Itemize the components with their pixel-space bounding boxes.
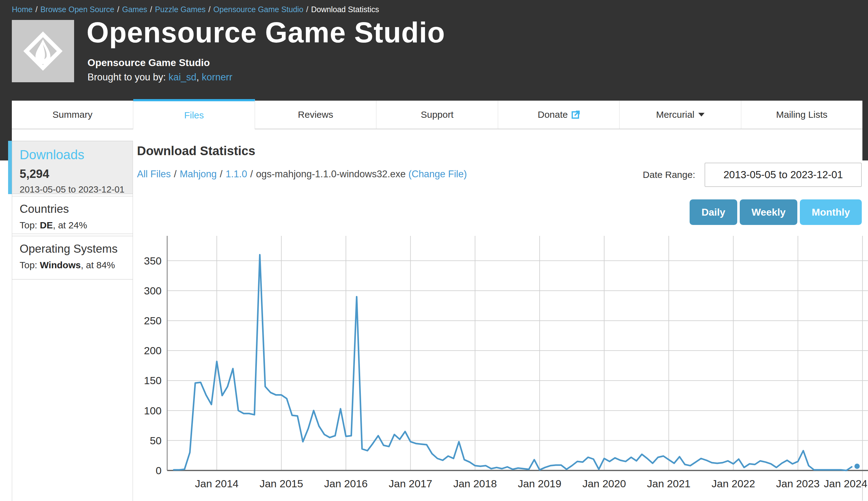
- tab-support-label: Support: [421, 109, 453, 120]
- tab-mercurial-label: Mercurial: [656, 109, 694, 120]
- svg-text:50: 50: [150, 435, 162, 447]
- change-file-link[interactable]: (Change File): [408, 169, 467, 180]
- countries-top-suffix: , at 24%: [53, 220, 87, 230]
- file-breadcrumb-mahjong[interactable]: Mahjong: [180, 169, 217, 180]
- date-range-control: Date Range:: [643, 163, 862, 187]
- brought-to-you-by: Brought to you by: kai_sd, kornerr: [87, 72, 232, 83]
- svg-text:Jan 2023: Jan 2023: [776, 478, 820, 489]
- breadcrumb-home[interactable]: Home: [12, 5, 33, 14]
- maintainer-link-kornerr[interactable]: kornerr: [202, 72, 232, 83]
- svg-text:Jan 2018: Jan 2018: [453, 478, 497, 489]
- svg-text:Jan 2020: Jan 2020: [583, 478, 626, 489]
- tab-files[interactable]: Files: [133, 99, 255, 129]
- downloads-chart-svg[interactable]: 050100150200250300350Jan 2014Jan 2015Jan…: [137, 232, 868, 501]
- file-breadcrumb-version[interactable]: 1.1.0: [226, 169, 247, 180]
- svg-text:0: 0: [156, 465, 162, 476]
- file-breadcrumb-separator: /: [220, 169, 223, 180]
- tab-reviews-label: Reviews: [298, 109, 333, 120]
- breadcrumb: Home/Browse Open Source/Games/Puzzle Gam…: [12, 5, 379, 14]
- date-range-input[interactable]: [705, 163, 862, 187]
- stats-sidebar: Downloads 5,294 2013-05-05 to 2023-12-01…: [12, 141, 133, 501]
- breadcrumb-separator: /: [150, 5, 152, 14]
- svg-text:Jan 2015: Jan 2015: [260, 478, 303, 489]
- downloads-count: 5,294: [20, 167, 125, 181]
- breadcrumb-separator: /: [117, 5, 119, 14]
- tab-donate[interactable]: Donate: [498, 100, 619, 129]
- maintainer-link-kai-sd[interactable]: kai_sd: [168, 72, 196, 83]
- maintainer-separator: ,: [196, 72, 202, 83]
- project-subtitle: Opensource Game Studio: [87, 57, 210, 68]
- breadcrumb-separator: /: [35, 5, 38, 14]
- breadcrumb-current-page: Download Statistics: [311, 5, 379, 14]
- svg-text:100: 100: [144, 405, 162, 417]
- sidebar-os-title: Operating Systems: [20, 242, 125, 255]
- sidebar-countries-title: Countries: [20, 203, 125, 216]
- monthly-button[interactable]: Monthly: [800, 200, 862, 225]
- os-top-prefix: Top:: [20, 260, 40, 270]
- breadcrumb-puzzle-games[interactable]: Puzzle Games: [155, 5, 206, 14]
- tab-donate-label: Donate: [538, 109, 568, 120]
- tab-support[interactable]: Support: [376, 100, 498, 129]
- svg-text:300: 300: [144, 285, 162, 297]
- breadcrumb-separator: /: [306, 5, 308, 14]
- sidebar-downloads-title: Downloads: [20, 147, 125, 162]
- file-breadcrumb-separator: /: [250, 169, 253, 180]
- breadcrumb-project[interactable]: Opensource Game Studio: [213, 5, 303, 14]
- svg-text:250: 250: [144, 315, 162, 327]
- tab-summary-label: Summary: [53, 109, 92, 120]
- granularity-buttons: Daily Weekly Monthly: [690, 200, 862, 225]
- os-top-stat: Top: Windows, at 84%: [20, 260, 125, 270]
- tab-files-label: Files: [184, 110, 204, 120]
- weekly-button[interactable]: Weekly: [740, 200, 798, 225]
- svg-text:Jan 2024: Jan 2024: [824, 478, 867, 489]
- file-breadcrumb-all-files[interactable]: All Files: [137, 169, 171, 180]
- svg-text:Jan 2019: Jan 2019: [518, 478, 561, 489]
- daily-button[interactable]: Daily: [690, 200, 737, 225]
- brought-by-label: Brought to you by:: [87, 72, 166, 83]
- tab-mailing-lists-label: Mailing Lists: [776, 109, 827, 120]
- page-heading: Download Statistics: [137, 144, 255, 158]
- droplet-diamond-icon: [12, 20, 74, 82]
- os-top-value: Windows: [40, 260, 81, 270]
- tab-reviews[interactable]: Reviews: [255, 100, 376, 129]
- downloads-date-range: 2013-05-05 to 2023-12-01: [20, 184, 125, 195]
- sidebar-item-operating-systems[interactable]: Operating Systems Top: Windows, at 84%: [12, 236, 133, 279]
- svg-text:150: 150: [144, 374, 162, 386]
- project-logo: [12, 20, 74, 82]
- date-range-label: Date Range:: [643, 170, 695, 180]
- breadcrumb-separator: /: [208, 5, 210, 14]
- tab-mailing-lists[interactable]: Mailing Lists: [741, 100, 862, 129]
- sidebar-item-countries[interactable]: Countries Top: DE, at 24%: [12, 196, 133, 234]
- countries-top-stat: Top: DE, at 24%: [20, 220, 125, 231]
- file-breadcrumb-separator: /: [174, 169, 177, 180]
- os-top-suffix: , at 84%: [81, 260, 115, 270]
- external-link-icon: [572, 110, 580, 119]
- svg-text:Jan 2017: Jan 2017: [388, 478, 432, 489]
- countries-top-value: DE: [40, 220, 53, 230]
- breadcrumb-games[interactable]: Games: [122, 5, 147, 14]
- countries-top-prefix: Top:: [20, 220, 40, 230]
- svg-text:Jan 2021: Jan 2021: [647, 478, 691, 489]
- file-breadcrumb: All Files/Mahjong/1.1.0/ogs-mahjong-1.1.…: [137, 169, 467, 180]
- file-breadcrumb-filename: ogs-mahjong-1.1.0-windows32.exe: [256, 169, 406, 180]
- svg-text:200: 200: [144, 344, 162, 356]
- tab-mercurial[interactable]: Mercurial: [619, 100, 741, 129]
- chevron-down-icon: [698, 113, 705, 117]
- tab-summary[interactable]: Summary: [12, 100, 133, 129]
- project-tabs: Summary Files Reviews Support Donate Mer…: [12, 99, 862, 129]
- sidebar-item-downloads[interactable]: Downloads 5,294 2013-05-05 to 2023-12-01: [12, 141, 133, 194]
- svg-text:Jan 2014: Jan 2014: [195, 478, 239, 489]
- breadcrumb-browse-open-source[interactable]: Browse Open Source: [41, 5, 114, 14]
- svg-text:Jan 2022: Jan 2022: [711, 478, 755, 489]
- svg-text:Jan 2016: Jan 2016: [324, 478, 368, 489]
- downloads-chart[interactable]: 050100150200250300350Jan 2014Jan 2015Jan…: [137, 232, 868, 501]
- page-title: Opensource Game Studio: [87, 16, 445, 49]
- svg-text:350: 350: [144, 255, 162, 267]
- content-area: Downloads 5,294 2013-05-05 to 2023-12-01…: [12, 129, 862, 501]
